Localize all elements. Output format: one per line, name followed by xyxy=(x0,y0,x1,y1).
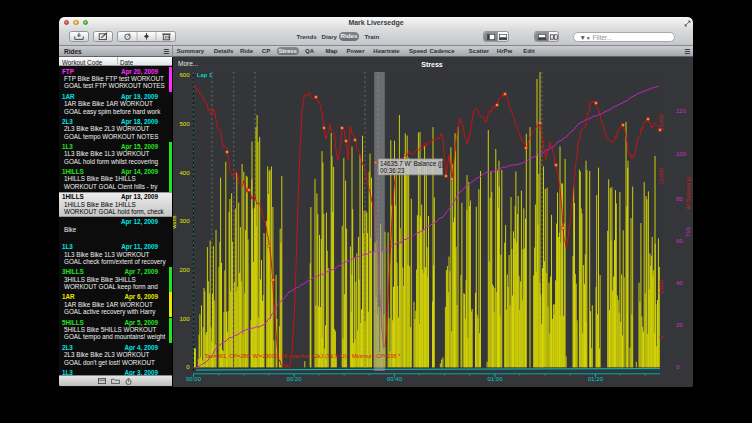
svg-text:TSS: TSS xyxy=(685,226,691,237)
svg-text:200: 200 xyxy=(179,267,190,273)
svg-text:Tau=461, CP=286, W'=23000, 18: Tau=461, CP=286, W'=23000, 18 matches >2… xyxy=(205,353,402,359)
svg-text:00:36:23: 00:36:23 xyxy=(380,167,405,174)
svg-text:01:00: 01:00 xyxy=(487,376,503,382)
svg-text:00:40: 00:40 xyxy=(387,376,403,382)
svg-text:5,000: 5,000 xyxy=(658,280,664,294)
svg-text:400: 400 xyxy=(179,170,190,176)
svg-text:20: 20 xyxy=(676,322,683,328)
svg-text:100: 100 xyxy=(676,151,687,157)
svg-text:25,000: 25,000 xyxy=(658,114,664,131)
svg-text:500: 500 xyxy=(179,121,190,127)
svg-text:15,000: 15,000 xyxy=(658,168,664,185)
svg-text:600: 600 xyxy=(179,72,190,78)
svg-text:More...: More... xyxy=(178,60,198,67)
svg-text:watts: watts xyxy=(173,215,177,229)
svg-text:0: 0 xyxy=(658,335,664,338)
svg-text:120: 120 xyxy=(676,108,687,114)
svg-text:300: 300 xyxy=(179,218,190,224)
svg-text:00:00: 00:00 xyxy=(186,376,202,382)
svg-text:W' Balance (j): W' Balance (j) xyxy=(685,176,691,209)
svg-text:01:20: 01:20 xyxy=(588,376,604,382)
svg-text:Lap 1: Lap 1 xyxy=(197,72,213,78)
svg-text:Stress: Stress xyxy=(421,61,443,68)
svg-text:100: 100 xyxy=(179,316,190,322)
svg-text:80: 80 xyxy=(676,196,683,202)
svg-text:60: 60 xyxy=(676,238,683,244)
svg-text:40: 40 xyxy=(676,280,683,286)
svg-text:00:20: 00:20 xyxy=(286,376,302,382)
